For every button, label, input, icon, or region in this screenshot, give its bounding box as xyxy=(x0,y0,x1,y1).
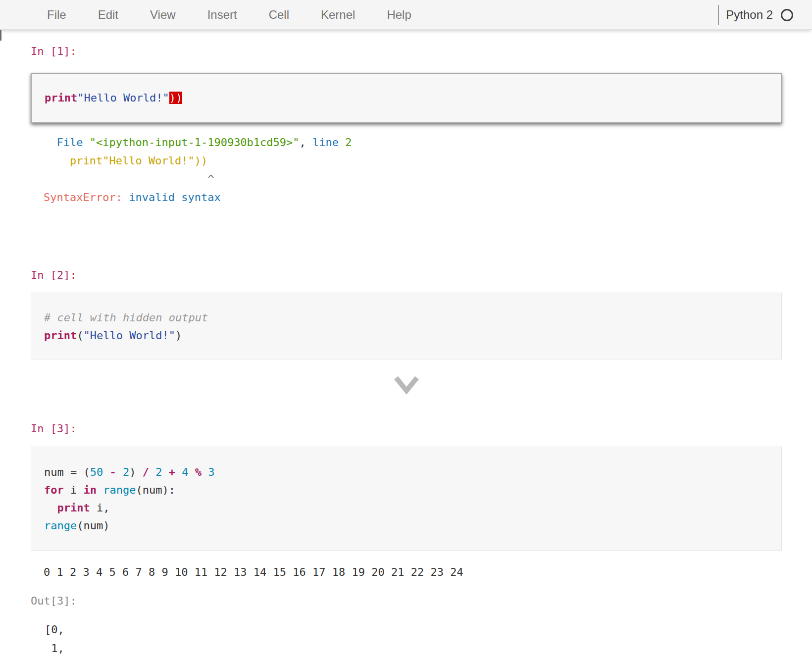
input-prompt-3: In [3]: xyxy=(31,423,782,435)
kernel-name: Python 2 xyxy=(726,8,773,22)
menu-item-kernel[interactable]: Kernel xyxy=(321,8,355,22)
notebook-menu: File Edit View Insert Cell Kernel Help xyxy=(0,8,411,22)
menu-item-insert[interactable]: Insert xyxy=(207,8,237,22)
output-prompt-3: Out[3]: xyxy=(31,595,782,607)
result-output-3: [0, 1, xyxy=(45,620,782,658)
code-3: num = (50 - 2) / 2 + 4 % 3for i in range… xyxy=(44,463,768,535)
code-1: print"Hello World!")) xyxy=(45,89,768,107)
error-output-1: File "<ipython-input-1-190930b1cd59>", l… xyxy=(44,133,782,206)
menu-item-view[interactable]: View xyxy=(150,8,176,22)
menu-item-cell[interactable]: Cell xyxy=(269,8,289,22)
code-2: # cell with hidden outputprint("Hello Wo… xyxy=(44,309,768,345)
menu-item-help[interactable]: Help xyxy=(387,8,411,22)
notebook: In [1]: print"Hello World!")) File "<ipy… xyxy=(0,46,812,658)
expand-hidden-output-button[interactable] xyxy=(31,374,782,395)
kernel-indicator: Python 2 xyxy=(718,0,793,30)
code-cell-1-input[interactable]: print"Hello World!")) xyxy=(31,73,782,123)
stream-output-3: 0 1 2 3 4 5 6 7 8 9 10 11 12 13 14 15 16… xyxy=(44,563,782,581)
menubar-divider xyxy=(718,5,719,25)
left-edge-scrollbar-thumb[interactable] xyxy=(0,30,1,41)
menu-item-file[interactable]: File xyxy=(47,8,66,22)
kernel-idle-circle-icon xyxy=(781,9,793,21)
menu-item-edit[interactable]: Edit xyxy=(98,8,118,22)
code-cell-3-input[interactable]: num = (50 - 2) / 2 + 4 % 3for i in range… xyxy=(31,447,782,551)
input-prompt-1: In [1]: xyxy=(31,46,782,57)
menubar: File Edit View Insert Cell Kernel Help P… xyxy=(0,0,812,30)
chevron-down-icon xyxy=(393,374,420,395)
input-prompt-2: In [2]: xyxy=(31,269,782,281)
code-cell-2-input[interactable]: # cell with hidden outputprint("Hello Wo… xyxy=(31,293,782,359)
